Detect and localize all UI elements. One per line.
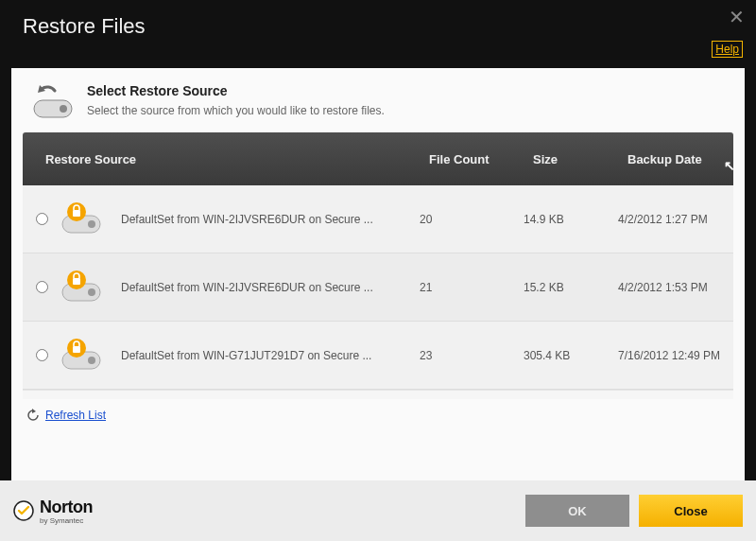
restore-source-table: Restore Source File Count Size Backup Da… [11, 132, 745, 399]
cell-size: 305.4 KB [524, 349, 618, 362]
restore-drive-icon [32, 85, 74, 119]
table-footer-strip [23, 390, 733, 399]
svg-point-2 [60, 105, 67, 113]
svg-marker-15 [32, 409, 36, 413]
refresh-list-link[interactable]: Refresh List [45, 409, 106, 422]
svg-rect-14 [73, 346, 80, 353]
svg-rect-6 [73, 210, 80, 217]
table-row[interactable]: DefaultSet from WIN-2IJVSRE6DUR on Secur… [23, 253, 733, 322]
cursor-icon: ↖ [724, 158, 735, 173]
refresh-row: Refresh List [11, 399, 745, 422]
help-container: Help [712, 40, 743, 57]
section-heading: Select Restore Source [87, 83, 385, 98]
cell-size: 14.9 KB [524, 213, 618, 226]
col-header-backup-date[interactable]: Backup Date ↖ [618, 152, 733, 166]
svg-rect-10 [73, 278, 80, 285]
section-header-text: Select Restore Source Select the source … [87, 83, 385, 119]
secure-drive-icon [60, 201, 117, 237]
cell-file-count: 20 [420, 213, 524, 226]
brand-logo: Norton by Symantec [13, 497, 93, 525]
close-button[interactable]: Close [639, 495, 743, 527]
row-select-radio[interactable] [36, 281, 48, 293]
cell-backup-date: 4/2/2012 1:53 PM [618, 281, 733, 294]
table-header-row: Restore Source File Count Size Backup Da… [23, 132, 733, 185]
table-row[interactable]: DefaultSet from WIN-2IJVSRE6DUR on Secur… [23, 185, 733, 253]
svg-point-8 [88, 288, 95, 296]
table-body: DefaultSet from WIN-2IJVSRE6DUR on Secur… [23, 185, 733, 390]
row-select-radio[interactable] [36, 349, 48, 361]
cell-backup-date: 4/2/2012 1:27 PM [618, 213, 733, 226]
cell-source-name: DefaultSet from WIN-2IJVSRE6DUR on Secur… [117, 213, 420, 226]
secure-drive-icon [60, 269, 117, 305]
window-title: Restore Files [23, 14, 146, 39]
cell-source-name: DefaultSet from WIN-2IJVSRE6DUR on Secur… [117, 281, 420, 294]
row-select-radio[interactable] [36, 213, 48, 225]
brand-name: Norton [40, 497, 93, 516]
norton-shield-icon [13, 500, 34, 521]
col-header-file-count[interactable]: File Count [420, 152, 524, 166]
help-link[interactable]: Help [712, 41, 743, 58]
cell-size: 15.2 KB [524, 281, 618, 294]
body-panel: Select Restore Source Select the source … [11, 68, 745, 480]
col-header-restore-source[interactable]: Restore Source [23, 152, 420, 166]
footer-bar: Norton by Symantec OK Close [0, 480, 756, 541]
svg-point-4 [88, 220, 95, 228]
brand-byline: by Symantec [40, 517, 93, 525]
restore-files-window: ✕ Restore Files Help Select Restore Sour… [0, 0, 756, 541]
secure-drive-icon [60, 337, 117, 374]
section-subtext: Select the source from which you would l… [87, 104, 385, 117]
cell-backup-date: 7/16/2012 12:49 PM [618, 349, 733, 362]
svg-point-12 [88, 357, 95, 364]
col-header-size[interactable]: Size [524, 152, 618, 166]
cell-file-count: 21 [420, 281, 524, 294]
cell-file-count: 23 [420, 349, 524, 362]
close-icon[interactable]: ✕ [729, 8, 745, 26]
refresh-icon [26, 409, 40, 422]
section-header: Select Restore Source Select the source … [11, 68, 745, 132]
cell-source-name: DefaultSet from WIN-G71JUT291D7 on Secur… [117, 349, 420, 362]
table-row[interactable]: DefaultSet from WIN-G71JUT291D7 on Secur… [23, 322, 733, 390]
ok-button[interactable]: OK [525, 495, 629, 527]
titlebar: Restore Files [0, 0, 756, 52]
